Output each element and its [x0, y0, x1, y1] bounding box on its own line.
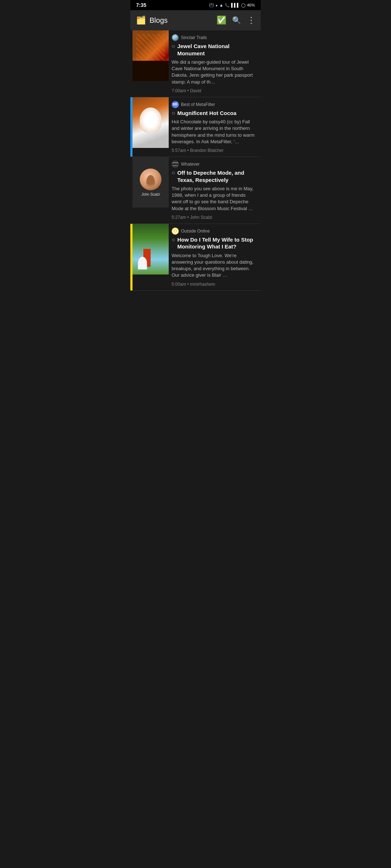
status-icons: 📳 ⬥ ▲ 📞 ▌▌▌ ◯ 46% — [209, 3, 255, 8]
blog-list: Sinclair Trails ○ Jewel Cave National Mo… — [130, 30, 261, 291]
source-name-1: Sinclair Trails — [181, 35, 207, 40]
app-bar-actions: ✅ 🔍 ⋮ — [216, 15, 255, 25]
thumbnail-2 — [133, 97, 169, 148]
source-icon-metafilter: MF — [172, 101, 179, 108]
thumbnail-1 — [133, 30, 169, 81]
source-row-2: MF Best of MetaFilter — [172, 101, 256, 108]
bullet-3: ○ — [172, 170, 175, 176]
post-excerpt-2: Hot Chocolate by oatsy40 (cc by) Fall an… — [172, 119, 256, 145]
source-icon-outside: O — [172, 227, 179, 235]
filter-button[interactable]: ✅ — [216, 16, 226, 25]
bluetooth-icon: ⬥ — [215, 3, 218, 7]
post-meta-1: 7:00am • David — [172, 88, 256, 93]
app-bar: 🗂️ Blogs ✅ 🔍 ⋮ — [130, 10, 261, 30]
bullet-2: ○ — [172, 110, 175, 116]
thumbnail-3: John Scalzi — [133, 157, 169, 208]
blog-item-3[interactable]: John Scalzi whatever Whatever ○ Off to D… — [130, 157, 261, 224]
post-title-row-2: ○ Mugnificent Hot Cocoa — [172, 110, 256, 117]
battery-percent: 46% — [247, 3, 255, 7]
post-title-row-1: ○ Jewel Cave National Monument — [172, 43, 256, 57]
post-meta-2: 5:57am • Brandon Blatcher — [172, 148, 256, 153]
post-title-1: Jewel Cave National Monument — [177, 43, 256, 57]
post-meta-3: 5:27am • John Scalzi — [172, 215, 256, 220]
search-button[interactable]: 🔍 — [232, 16, 241, 25]
signal-icon: ▌▌▌ — [231, 3, 240, 7]
bullet-1: ○ — [172, 43, 175, 50]
post-excerpt-4: Welcome to Tough Love. We're answering y… — [172, 252, 256, 279]
blog-item-4[interactable]: O Outside Online ○ How Do I Tell My Wife… — [130, 224, 261, 291]
source-icon-whatever: whatever — [172, 161, 179, 168]
more-button[interactable]: ⋮ — [247, 15, 255, 25]
post-title-row-3: ○ Off to Depeche Mode, and Texas, Respec… — [172, 169, 256, 183]
battery-icon: ◯ — [241, 3, 245, 8]
page-title: Blogs — [150, 16, 168, 25]
source-name-3: Whatever — [181, 162, 199, 167]
source-name-4: Outside Online — [181, 229, 210, 234]
bullet-4: ○ — [172, 237, 175, 243]
post-excerpt-1: We did a ranger-guided tour of Jewel Cav… — [172, 59, 256, 85]
post-meta-4: 5:00am • mmirhashem — [172, 282, 256, 287]
post-title-3: Off to Depeche Mode, and Texas, Respecti… — [177, 169, 256, 183]
status-bar: 7:35 📳 ⬥ ▲ 📞 ▌▌▌ ◯ 46% — [130, 0, 261, 10]
blog-content-1: Sinclair Trails ○ Jewel Cave National Mo… — [169, 30, 261, 97]
vibrate-icon: 📳 — [209, 3, 214, 8]
post-excerpt-3: The photo you see above is me in May, 19… — [172, 186, 256, 212]
thumbnail-4 — [133, 224, 169, 275]
blog-content-3: whatever Whatever ○ Off to Depeche Mode,… — [169, 157, 261, 224]
blog-content-2: MF Best of MetaFilter ○ Mugnificent Hot … — [169, 97, 261, 157]
blog-item-2[interactable]: MF Best of MetaFilter ○ Mugnificent Hot … — [130, 97, 261, 157]
post-title-4: How Do I Tell My Wife to Stop Monitoring… — [177, 236, 256, 250]
blog-content-4: O Outside Online ○ How Do I Tell My Wife… — [169, 224, 261, 290]
blog-item-1[interactable]: Sinclair Trails ○ Jewel Cave National Mo… — [130, 30, 261, 97]
source-row-1: Sinclair Trails — [172, 34, 256, 41]
phone-icon: 📞 — [225, 3, 230, 8]
post-title-2: Mugnificent Hot Cocoa — [177, 110, 236, 117]
source-row-4: O Outside Online — [172, 227, 256, 235]
app-bar-title-area: 🗂️ Blogs — [136, 16, 216, 25]
status-time: 7:35 — [136, 2, 146, 8]
post-title-row-4: ○ How Do I Tell My Wife to Stop Monitori… — [172, 236, 256, 250]
source-row-3: whatever Whatever — [172, 161, 256, 168]
source-name-2: Best of MetaFilter — [181, 102, 215, 107]
source-icon-sinclair — [172, 34, 179, 41]
wifi-icon: ▲ — [219, 3, 223, 7]
blogs-icon: 🗂️ — [136, 16, 146, 25]
